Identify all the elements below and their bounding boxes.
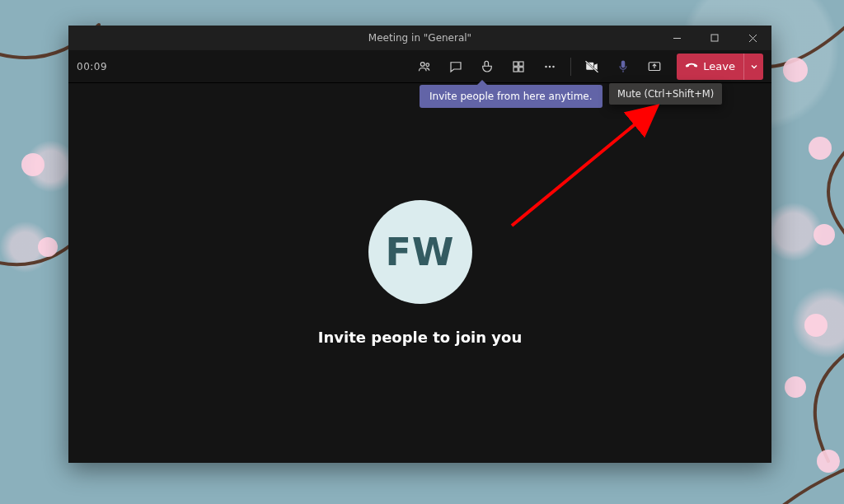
microphone-toggle-button[interactable]	[609, 53, 637, 81]
leave-button[interactable]: Leave	[677, 54, 763, 80]
window-close-button[interactable]	[734, 26, 771, 50]
svg-rect-13	[513, 67, 518, 71]
svg-point-0	[21, 153, 45, 176]
invite-message: Invite people to join you	[318, 329, 522, 346]
svg-point-2	[783, 58, 808, 82]
invite-callout-text: Invite people from here anytime.	[429, 91, 593, 102]
svg-point-3	[809, 137, 832, 160]
svg-point-9	[421, 62, 425, 66]
leave-button-chevron[interactable]	[743, 54, 763, 80]
svg-point-4	[814, 224, 835, 245]
svg-rect-11	[513, 62, 518, 66]
svg-point-1	[38, 237, 58, 257]
window-titlebar: Meeting in "General"	[68, 26, 771, 50]
avatar: FW	[368, 200, 472, 304]
meeting-toolbar: 00:09	[68, 50, 771, 83]
share-screen-button[interactable]	[640, 53, 668, 81]
invite-callout: Invite people from here anytime.	[420, 85, 603, 108]
svg-rect-14	[519, 67, 523, 71]
rooms-button[interactable]	[504, 53, 532, 81]
more-actions-button[interactable]	[536, 53, 564, 81]
window-controls	[658, 26, 771, 50]
svg-point-16	[549, 65, 551, 68]
svg-point-5	[804, 314, 828, 337]
svg-point-6	[785, 376, 806, 398]
hang-up-icon	[685, 58, 698, 74]
svg-point-17	[553, 65, 556, 68]
reactions-button[interactable]	[473, 53, 501, 81]
mute-tooltip-text: Mute (Ctrl+Shift+M)	[617, 88, 714, 100]
chat-button[interactable]	[442, 53, 470, 81]
meeting-stage: FW Invite people to join you	[68, 83, 771, 463]
participants-button[interactable]	[410, 53, 438, 81]
svg-rect-8	[711, 35, 718, 41]
toolbar-divider	[570, 58, 571, 76]
window-minimize-button[interactable]	[658, 26, 696, 50]
window-maximize-button[interactable]	[696, 26, 734, 50]
svg-point-15	[546, 65, 548, 68]
svg-point-7	[817, 450, 840, 473]
mute-tooltip: Mute (Ctrl+Shift+M)	[609, 83, 722, 105]
meeting-window: Meeting in "General" 00:09	[68, 26, 771, 463]
svg-point-10	[426, 63, 429, 66]
leave-button-label: Leave	[703, 60, 735, 72]
svg-rect-12	[519, 62, 523, 66]
camera-toggle-button[interactable]	[578, 53, 606, 81]
call-timer: 00:09	[77, 61, 107, 72]
avatar-initials: FW	[385, 230, 454, 274]
